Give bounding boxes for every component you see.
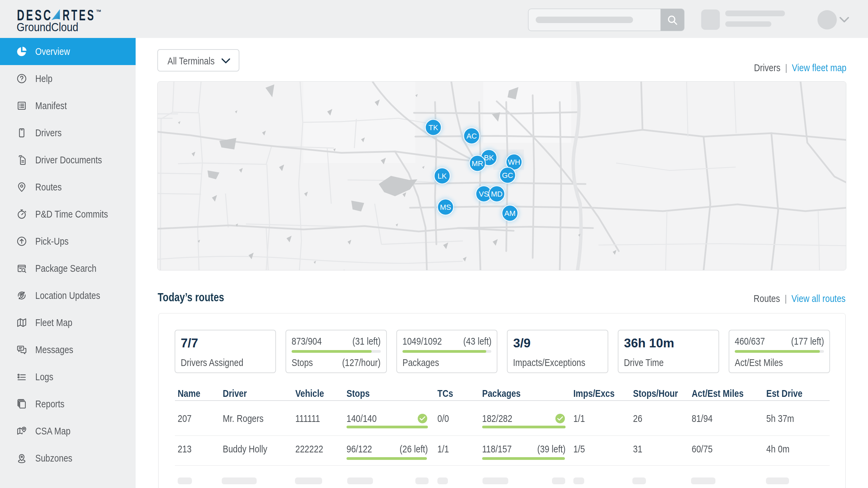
svg-text:BK: BK [484, 154, 494, 162]
svg-text:AC: AC [467, 132, 477, 140]
svg-text:LK: LK [438, 172, 447, 180]
svg-text:MD: MD [491, 190, 502, 198]
svg-text:AM: AM [505, 209, 516, 218]
svg-text:GroundCloud: GroundCloud [17, 20, 78, 34]
svg-text:MR: MR [472, 159, 483, 168]
svg-text:GC: GC [502, 171, 513, 180]
svg-text:MS: MS [440, 203, 451, 211]
svg-text:TK: TK [429, 123, 438, 132]
svg-text:VS: VS [479, 190, 489, 198]
svg-text:WH: WH [508, 158, 520, 166]
svg-text:TM: TM [96, 9, 101, 13]
